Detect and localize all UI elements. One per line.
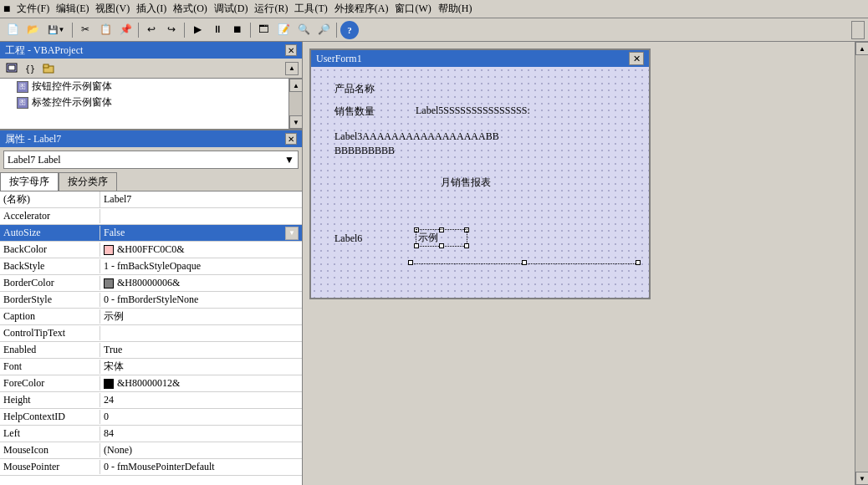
handle-br[interactable] (464, 243, 469, 248)
right-scroll-up[interactable]: ▲ (855, 42, 868, 55)
tree-icon-buttons: 图 (17, 81, 28, 93)
props-row-helpcontextid: HelpContextID 0 (0, 409, 302, 426)
props-val-forecolor[interactable]: &H80000012& (100, 376, 302, 391)
form-label6[interactable]: Label6 (334, 232, 362, 245)
toolbar-pause[interactable]: ⏸ (208, 21, 227, 39)
view-code-btn[interactable]: {} (22, 61, 38, 76)
project-close-button[interactable]: ✕ (285, 44, 297, 56)
toolbar-paste[interactable]: 📌 (116, 21, 135, 39)
project-scroll-track[interactable] (289, 92, 302, 115)
props-row-autosize: AutoSize False ▼ (0, 225, 302, 242)
svg-rect-4 (43, 64, 49, 68)
menu-addins[interactable]: 外接程序(A) (334, 2, 389, 16)
props-key-bordercolor: BorderColor (0, 276, 100, 290)
props-row-accelerator: Accelerator (0, 208, 302, 225)
toolbar-sep5 (336, 23, 337, 38)
toolbar-help[interactable]: ? (340, 21, 359, 39)
props-val-height[interactable]: 24 (100, 393, 302, 407)
toolbar-undo[interactable]: ↩ (142, 21, 161, 39)
menu-insert[interactable]: 插入(I) (136, 2, 166, 16)
autosize-dropdown[interactable]: False ▼ (104, 227, 299, 240)
form-label5[interactable]: Label5SSSSSSSSSSSSSSS: (416, 105, 530, 117)
props-selector[interactable]: Label7 Label ▼ (3, 151, 299, 169)
tree-item-labels-form[interactable]: 图 标签控件示例窗体 (0, 94, 288, 110)
toggle-folders-btn[interactable] (40, 61, 57, 76)
handles-extended-row (408, 260, 641, 265)
toolbar-save[interactable]: 💾▼ (43, 21, 69, 39)
toolbar-run[interactable]: ▶ (188, 21, 207, 39)
project-scroll-up[interactable]: ▲ (285, 62, 299, 75)
props-close-button[interactable]: ✕ (285, 133, 297, 145)
props-val-caption[interactable]: 示例 (100, 309, 302, 324)
toolbar-userform[interactable]: 🗔 (254, 21, 273, 39)
autosize-dropdown-arrow[interactable]: ▼ (285, 227, 299, 240)
props-tabs: 按字母序 按分类序 (0, 172, 302, 191)
form-window[interactable]: UserForm1 ✕ 产品名称 销售数量 Label5SSSSSSSSSSSS… (309, 48, 651, 299)
toolbar-stop[interactable]: ⏹ (228, 21, 247, 39)
form-label-sales[interactable]: 销售数量 (334, 105, 375, 119)
menu-help[interactable]: 帮助(H) (438, 2, 472, 16)
handle-bl[interactable] (414, 243, 419, 248)
props-val-enabled[interactable]: True (100, 343, 302, 357)
form-label3[interactable]: Label3AAAAAAAAAAAAAAAAABBBBBBBBBBB (334, 130, 499, 158)
form-close-button[interactable]: ✕ (629, 52, 644, 65)
toolbar-copy[interactable]: 📋 (96, 21, 115, 39)
toolbar-explorer[interactable]: 🔍 (294, 21, 313, 39)
bordercolor-value: &H80000006& (117, 277, 180, 289)
form-designer-panel: UserForm1 ✕ 产品名称 销售数量 Label5SSSSSSSSSSSS… (303, 42, 855, 485)
props-val-name[interactable]: Label7 (100, 192, 302, 207)
toolbar-find[interactable]: 🔎 (314, 21, 333, 39)
props-key-backcolor: BackColor (0, 242, 100, 257)
props-val-autosize[interactable]: False ▼ (100, 226, 302, 241)
menu-view[interactable]: 视图(V) (95, 2, 130, 16)
right-scroll-track[interactable] (855, 55, 868, 472)
props-val-mousepointer[interactable]: 0 - fmMousePointerDefault (100, 460, 302, 474)
handle-ext-c[interactable] (522, 260, 527, 265)
props-val-bordercolor[interactable]: &H80000006& (100, 276, 302, 290)
toolbar-scroll[interactable] (851, 21, 865, 39)
bordercolor-swatch (104, 278, 114, 288)
toolbar-props[interactable]: 📝 (274, 21, 293, 39)
props-titlebar: 属性 - Label7 ✕ (0, 130, 302, 147)
props-val-font[interactable]: 宋体 (100, 359, 302, 375)
toolbar-cut[interactable]: ✂ (76, 21, 94, 39)
props-tab-alpha[interactable]: 按字母序 (0, 172, 59, 191)
label7-container: 示例 (416, 230, 467, 246)
toolbar-open[interactable]: 📂 (23, 21, 42, 39)
toolbar-redo[interactable]: ↪ (162, 21, 181, 39)
toolbar-new[interactable]: 📄 (3, 21, 22, 39)
menu-debug[interactable]: 调试(D) (214, 2, 248, 16)
form-body[interactable]: 产品名称 销售数量 Label5SSSSSSSSSSSSSSS: Label3A… (311, 67, 649, 298)
menu-edit[interactable]: 编辑(E) (56, 2, 89, 16)
view-object-btn[interactable] (3, 61, 20, 76)
menu-file[interactable]: 文件(F) (17, 2, 49, 16)
handle-ext-l[interactable] (408, 260, 413, 265)
props-val-backstyle[interactable]: 1 - fmBackStyleOpaque (100, 259, 302, 273)
form-label-report-title[interactable]: 月销售报表 (441, 176, 491, 190)
tree-icon-labels: 图 (17, 97, 28, 109)
props-tab-category[interactable]: 按分类序 (59, 172, 117, 191)
props-val-borderstyle[interactable]: 0 - fmBorderStyleNone (100, 293, 302, 307)
props-val-left[interactable]: 84 (100, 426, 302, 441)
main-area: 工程 - VBAProject ✕ {} ▲ 图 (0, 42, 868, 485)
props-val-controltiptext[interactable] (100, 333, 302, 334)
menu-format[interactable]: 格式(O) (173, 2, 207, 16)
right-scroll-down[interactable]: ▼ (855, 472, 868, 485)
props-key-mouseicon: MouseIcon (0, 443, 100, 457)
tree-item-buttons-form[interactable]: 图 按钮控件示例窗体 (0, 79, 288, 94)
props-val-backcolor[interactable]: &H00FFC0C0& (100, 242, 302, 257)
project-scroll-down-arrow[interactable]: ▼ (289, 115, 302, 129)
project-scroll-up-arrow[interactable]: ▲ (289, 79, 302, 92)
right-scrollbar: ▲ ▼ (855, 42, 868, 485)
props-val-helpcontextid[interactable]: 0 (100, 410, 302, 424)
menu-window[interactable]: 窗口(W) (395, 2, 431, 16)
menu-tools[interactable]: 工具(T) (294, 2, 327, 16)
props-val-mouseicon[interactable]: (None) (100, 443, 302, 457)
svg-text:{}: {} (25, 64, 35, 74)
props-val-accelerator[interactable] (100, 216, 302, 217)
form-label-product[interactable]: 产品名称 (334, 82, 375, 96)
handle-ext-r[interactable] (636, 260, 641, 265)
handle-bc[interactable] (439, 243, 444, 248)
menu-run[interactable]: 运行(R) (254, 2, 288, 16)
props-grid: (名称) Label7 Accelerator AutoSize False ▼ (0, 191, 302, 485)
